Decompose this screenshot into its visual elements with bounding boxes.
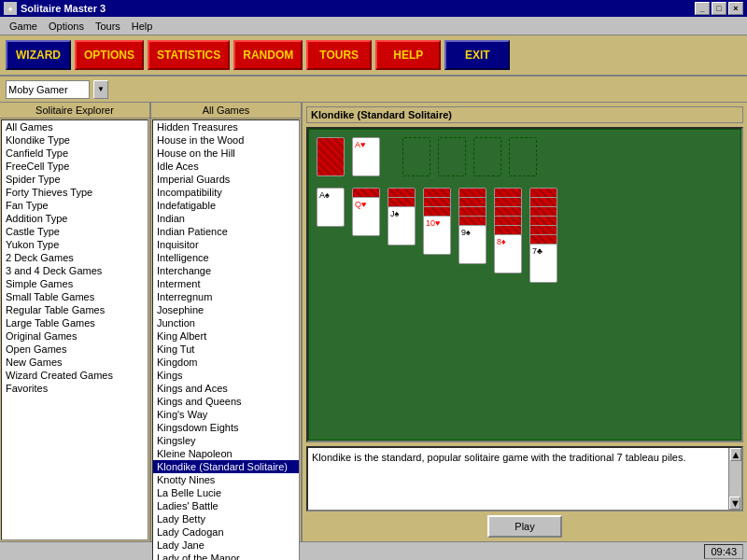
main-content: Solitaire Explorer All Games Klondike Ty… xyxy=(0,103,747,541)
menu-game[interactable]: Game xyxy=(4,19,43,34)
menu-options[interactable]: Options xyxy=(43,19,90,34)
game-list-item[interactable]: Imperial Guards xyxy=(153,173,299,186)
maximize-button[interactable]: □ xyxy=(712,2,726,15)
toolbar: WIZARD OPTIONS STATISTICS RANDOM TOURS H… xyxy=(0,35,747,77)
sidebar-item-large-table[interactable]: Large Table Games xyxy=(2,316,148,329)
game-list-item[interactable]: Kleine Napoleon xyxy=(153,447,299,460)
close-button[interactable]: × xyxy=(728,2,743,15)
sidebar-item-all-games[interactable]: All Games xyxy=(2,120,148,133)
help-button[interactable]: HELP xyxy=(375,40,441,70)
menu-help[interactable]: Help xyxy=(126,19,159,34)
game-list-item[interactable]: Hidden Treasures xyxy=(153,120,299,133)
game-title: Klondike (Standard Solitaire) xyxy=(306,106,743,123)
games-list-container: Hidden TreasuresHouse in the WoodHouse o… xyxy=(152,119,300,560)
description-scrollbar[interactable]: ▲ ▼ xyxy=(728,448,741,510)
card-waste: A♥ xyxy=(352,137,380,176)
sidebar-item-favorites[interactable]: Favorites xyxy=(2,382,148,395)
tableau-7-front: 7♣ xyxy=(529,244,557,283)
game-list-item[interactable]: Klondike (Standard Solitaire) xyxy=(153,460,299,473)
statistics-button[interactable]: STATISTICS xyxy=(148,40,230,70)
card-stock xyxy=(317,137,345,176)
game-list-item[interactable]: Kingsley xyxy=(153,434,299,447)
sidebar-item-forty-thieves[interactable]: Forty Thieves Type xyxy=(2,186,148,199)
wizard-button[interactable]: WIZARD xyxy=(6,40,71,70)
sidebar-item-addition[interactable]: Addition Type xyxy=(2,212,148,225)
game-list-item[interactable]: Lady Betty xyxy=(153,512,299,525)
game-list-item[interactable]: House in the Wood xyxy=(153,133,299,147)
game-list-item[interactable]: Interchange xyxy=(153,264,299,277)
game-list-item[interactable]: Ladies' Battle xyxy=(153,499,299,512)
sidebar-item-yukon[interactable]: Yukon Type xyxy=(2,238,148,251)
game-list-item[interactable]: Lady Jane xyxy=(153,539,299,552)
game-list-item[interactable]: Intelligence xyxy=(153,251,299,264)
sidebar-item-small-table[interactable]: Small Table Games xyxy=(2,290,148,303)
sidebar-item-simple[interactable]: Simple Games xyxy=(2,277,148,290)
all-games-list[interactable]: Hidden TreasuresHouse in the WoodHouse o… xyxy=(152,119,300,560)
left-panel-header: Solitaire Explorer xyxy=(0,103,149,119)
profile-dropdown-button[interactable]: ▼ xyxy=(93,80,108,99)
game-list-item[interactable]: Josephine xyxy=(153,303,299,316)
sidebar-item-new-games[interactable]: New Games xyxy=(2,356,148,369)
profile-bar: ▼ xyxy=(0,77,747,103)
game-list-item[interactable]: King Tut xyxy=(153,343,299,356)
tours-button[interactable]: TOURS xyxy=(306,40,372,70)
game-list-item[interactable]: Kingsdown Eights xyxy=(153,421,299,434)
profile-select[interactable] xyxy=(6,80,90,99)
game-list-item[interactable]: Inquisitor xyxy=(153,238,299,251)
title-bar: ♠ Solitaire Master 3 _ □ × xyxy=(0,0,747,17)
options-button[interactable]: OPTIONS xyxy=(75,40,144,70)
game-list-item[interactable]: Lady Cadogan xyxy=(153,525,299,539)
foundation-4 xyxy=(509,137,537,176)
game-description: Klondike is the standard, popular solita… xyxy=(306,446,743,511)
game-list-item[interactable]: Junction xyxy=(153,316,299,329)
title-bar-buttons: _ □ × xyxy=(695,2,743,15)
game-list-item[interactable]: House on the Hill xyxy=(153,147,299,160)
sidebar-item-freecell[interactable]: FreeCell Type xyxy=(2,160,148,173)
sidebar-item-klondike[interactable]: Klondike Type xyxy=(2,133,148,147)
minimize-button[interactable]: _ xyxy=(695,2,710,15)
left-panel: Solitaire Explorer All Games Klondike Ty… xyxy=(0,103,151,541)
status-bar: 09:43 xyxy=(0,541,747,560)
solitaire-explorer-list[interactable]: All Games Klondike Type Canfield Type Fr… xyxy=(1,119,148,540)
game-list-item[interactable]: Interment xyxy=(153,277,299,290)
game-title-text: Klondike (Standard Solitaire) xyxy=(311,109,452,120)
game-list-item[interactable]: Indefatigable xyxy=(153,199,299,212)
game-list-item[interactable]: Interregnum xyxy=(153,290,299,303)
sidebar-item-castle[interactable]: Castle Type xyxy=(2,225,148,238)
sidebar-item-wizard-created[interactable]: Wizard Created Games xyxy=(2,369,148,382)
game-list-item[interactable]: Kings and Queens xyxy=(153,395,299,408)
game-list-item[interactable]: Indian Patience xyxy=(153,225,299,238)
game-list-item[interactable]: Lady of the Manor xyxy=(153,552,299,560)
game-list-item[interactable]: Kings xyxy=(153,369,299,382)
tableau-2-front: Q♥ xyxy=(352,197,380,236)
app-icon: ♠ xyxy=(4,2,17,15)
random-button[interactable]: RANDOM xyxy=(233,40,303,70)
right-panel: Klondike (Standard Solitaire) A♥ A♠ Q♥ xyxy=(303,103,747,541)
game-list-item[interactable]: Knotty Nines xyxy=(153,473,299,486)
game-list-item[interactable]: King Albert xyxy=(153,329,299,343)
game-list-item[interactable]: Kingdom xyxy=(153,356,299,369)
play-button-area: Play xyxy=(306,515,743,538)
game-list-item[interactable]: Indian xyxy=(153,212,299,225)
tableau-1: A♠ xyxy=(317,188,345,227)
exit-button[interactable]: EXIT xyxy=(444,40,510,70)
sidebar-item-spider[interactable]: Spider Type xyxy=(2,173,148,186)
tableau-6-front: 8♦ xyxy=(494,234,522,273)
game-list-item[interactable]: Kings and Aces xyxy=(153,382,299,395)
menu-tours[interactable]: Tours xyxy=(90,19,126,34)
game-list-item[interactable]: King's Way xyxy=(153,408,299,421)
play-button[interactable]: Play xyxy=(487,515,562,538)
sidebar-item-regular-table[interactable]: Regular Table Games xyxy=(2,303,148,316)
sidebar-item-open[interactable]: Open Games xyxy=(2,343,148,356)
game-list-item[interactable]: Idle Aces xyxy=(153,160,299,173)
game-list-item[interactable]: Incompatibility xyxy=(153,186,299,199)
status-time: 09:43 xyxy=(704,544,743,559)
sidebar-item-3and4deck[interactable]: 3 and 4 Deck Games xyxy=(2,264,148,277)
sidebar-item-canfield[interactable]: Canfield Type xyxy=(2,147,148,160)
sidebar-item-fan[interactable]: Fan Type xyxy=(2,199,148,212)
game-preview-area: A♥ A♠ Q♥ J♠ 10♥ xyxy=(306,127,743,442)
sidebar-item-2deck[interactable]: 2 Deck Games xyxy=(2,251,148,264)
sidebar-item-original[interactable]: Original Games xyxy=(2,329,148,343)
game-list-item[interactable]: La Belle Lucie xyxy=(153,486,299,499)
tableau-4-front: 10♥ xyxy=(423,216,451,255)
